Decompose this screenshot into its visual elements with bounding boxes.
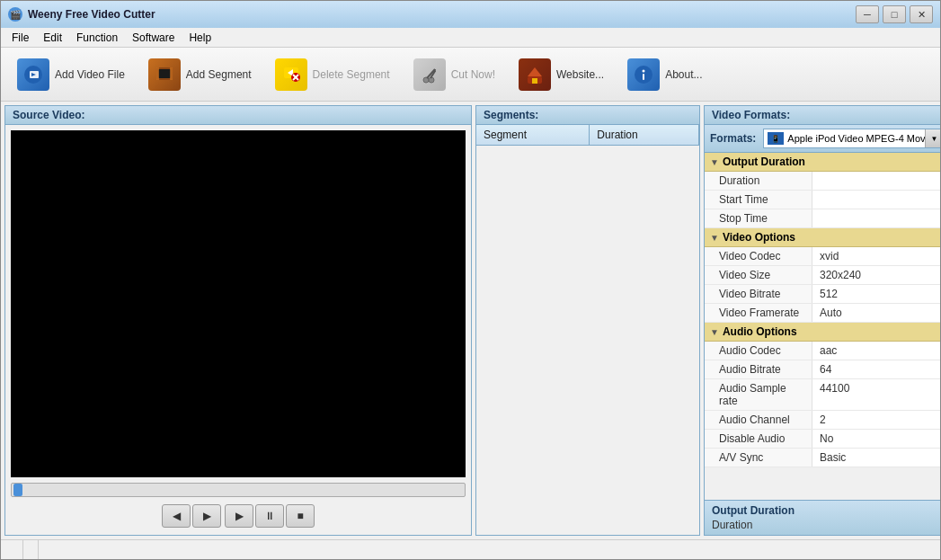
delete-segment-icon xyxy=(275,58,307,91)
video-options-title: Video Options xyxy=(723,231,795,244)
prop-video-bitrate-value: 512 xyxy=(812,285,940,303)
selected-format: Apple iPod Video MPEG-4 Movie ( xyxy=(787,133,939,144)
close-button[interactable]: ✕ xyxy=(910,5,933,23)
website-label: Website... xyxy=(556,68,604,81)
add-segment-button[interactable]: Add Segment xyxy=(141,55,259,94)
play-button[interactable]: ▶ xyxy=(225,504,253,528)
status-bar xyxy=(1,539,940,559)
prop-video-framerate-value: Auto xyxy=(812,304,940,322)
website-icon xyxy=(519,58,551,91)
cut-now-label: Cut Now! xyxy=(451,68,495,81)
about-icon xyxy=(627,58,660,91)
bottom-status-title: Output Duration xyxy=(712,504,940,517)
formats-header-row: Formats: 📱 Apple iPod Video MPEG-4 Movie… xyxy=(705,125,940,153)
audio-options-header[interactable]: ▼ Audio Options xyxy=(705,323,940,342)
video-options-header[interactable]: ▼ Video Options xyxy=(705,228,940,247)
collapse-icon-audio: ▼ xyxy=(710,327,719,337)
website-button[interactable]: Website... xyxy=(511,55,611,94)
output-duration-title: Output Duration xyxy=(723,156,805,168)
col-segment: Segment xyxy=(476,125,590,146)
svg-rect-5 xyxy=(156,67,159,80)
scrubber-thumb xyxy=(13,484,22,496)
minimize-button[interactable]: ─ xyxy=(856,5,879,23)
prop-av-sync-label: A/V Sync xyxy=(705,449,812,467)
delete-segment-label: Delete Segment xyxy=(313,68,390,81)
bottom-status-value: Duration xyxy=(712,519,940,531)
about-label: About... xyxy=(665,68,702,81)
add-video-label: Add Video File xyxy=(55,68,125,81)
formats-panel-header: Video Formats: xyxy=(705,106,940,125)
main-content: Source Video: ◀ ▶ ▶ ⏸ ■ Segments: xyxy=(1,102,940,539)
video-controls: ◀ ▶ ▶ ⏸ ■ xyxy=(5,501,471,535)
prop-video-framerate: Video Framerate Auto xyxy=(705,304,940,323)
prop-stop-time: Stop Time xyxy=(705,209,940,228)
prop-disable-audio-label: Disable Audio xyxy=(705,430,812,448)
prop-stop-label: Stop Time xyxy=(705,209,812,227)
prev-frame-button[interactable]: ◀ xyxy=(162,504,191,528)
props-tree: ▼ Output Duration Duration Start Time St… xyxy=(705,153,940,500)
svg-rect-6 xyxy=(170,67,173,80)
formats-dropdown[interactable]: 📱 Apple iPod Video MPEG-4 Movie ( ▼ xyxy=(763,129,940,148)
frame-controls: ◀ ▶ xyxy=(162,504,221,528)
cut-now-icon xyxy=(413,58,446,91)
prop-audio-channel-label: Audio Channel xyxy=(705,411,812,429)
menu-software[interactable]: Software xyxy=(125,30,182,46)
formats-panel: Video Formats: Formats: 📱 Apple iPod Vid… xyxy=(704,105,940,536)
formats-panel-title: Video Formats: xyxy=(712,109,790,121)
prop-video-bitrate: Video Bitrate 512 xyxy=(705,285,940,304)
add-video-button[interactable]: Add Video File xyxy=(10,55,132,94)
title-bar-left: 🎬 Weeny Free Video Cutter xyxy=(8,7,155,22)
next-frame-button[interactable]: ▶ xyxy=(192,504,221,528)
add-segment-label: Add Segment xyxy=(186,68,252,81)
app-icon: 🎬 xyxy=(8,7,22,22)
prop-audio-bitrate-label: Audio Bitrate xyxy=(705,360,812,378)
formats-label: Formats: xyxy=(710,132,756,145)
menu-help[interactable]: Help xyxy=(182,30,218,46)
prop-av-sync-value: Basic xyxy=(812,449,940,467)
segments-panel-header: Segments: xyxy=(476,106,699,125)
title-bar: 🎬 Weeny Free Video Cutter ─ □ ✕ xyxy=(1,1,940,28)
menu-function[interactable]: Function xyxy=(69,30,125,46)
pause-button[interactable]: ⏸ xyxy=(255,504,284,528)
prop-disable-audio-value: No xyxy=(812,430,940,448)
add-video-icon xyxy=(17,58,49,91)
audio-options-title: Audio Options xyxy=(723,325,797,338)
prop-audio-samplerate-value: 44100 xyxy=(812,379,940,410)
prop-audio-samplerate-label: Audio Sample rate xyxy=(705,379,812,410)
prop-video-codec-value: xvid xyxy=(812,247,940,265)
col-duration: Duration xyxy=(590,125,699,146)
window-title: Weeny Free Video Cutter xyxy=(28,8,155,21)
about-button[interactable]: About... xyxy=(620,55,709,94)
menu-bar: File Edit Function Software Help xyxy=(1,28,940,48)
prop-video-codec-label: Video Codec xyxy=(705,247,812,265)
cut-now-button[interactable]: Cut Now! xyxy=(406,55,502,94)
prop-start-label: Start Time xyxy=(705,191,812,209)
output-duration-header[interactable]: ▼ Output Duration xyxy=(705,153,940,172)
toolbar: Add Video File Add Segment xyxy=(1,48,940,102)
prop-audio-channel: Audio Channel 2 xyxy=(705,411,940,430)
dropdown-arrow[interactable]: ▼ xyxy=(925,129,940,147)
menu-file[interactable]: File xyxy=(4,30,36,46)
svg-marker-18 xyxy=(528,67,542,76)
status-segment-2 xyxy=(23,540,39,559)
stop-button[interactable]: ■ xyxy=(286,504,315,528)
restore-button[interactable]: □ xyxy=(883,5,906,23)
title-bar-controls: ─ □ ✕ xyxy=(856,5,933,23)
prop-duration-label: Duration xyxy=(705,172,812,190)
segments-table: Segment Duration xyxy=(476,125,699,146)
bottom-status: Output Duration Duration xyxy=(705,500,940,535)
prop-audio-bitrate: Audio Bitrate 64 xyxy=(705,360,940,379)
add-segment-icon xyxy=(148,58,181,91)
main-window: 🎬 Weeny Free Video Cutter ─ □ ✕ File Edi… xyxy=(0,0,941,560)
prop-stop-value xyxy=(812,209,940,227)
menu-edit[interactable]: Edit xyxy=(36,30,69,46)
video-area xyxy=(11,130,466,477)
prop-audio-codec: Audio Codec aac xyxy=(705,342,940,360)
svg-rect-4 xyxy=(158,69,171,78)
svg-rect-19 xyxy=(532,78,537,84)
video-scrubber[interactable] xyxy=(11,483,466,497)
status-segment-1 xyxy=(8,540,23,559)
prop-audio-codec-value: aac xyxy=(812,342,940,360)
source-panel: Source Video: ◀ ▶ ▶ ⏸ ■ xyxy=(4,105,472,536)
delete-segment-button[interactable]: Delete Segment xyxy=(268,55,397,94)
